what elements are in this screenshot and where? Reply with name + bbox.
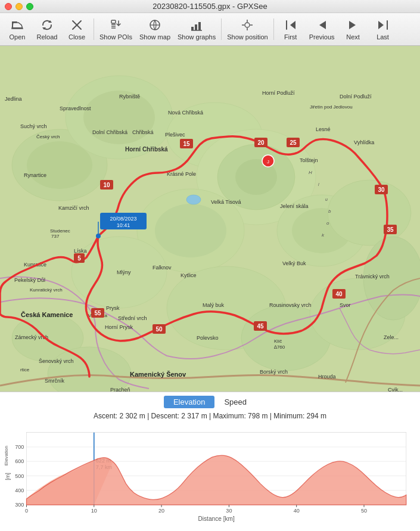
- svg-text:Dolní Podluží: Dolní Podluží: [340, 94, 372, 100]
- svg-text:Jiřetín pod Jedlovou: Jiřetín pod Jedlovou: [310, 104, 353, 110]
- svg-text:50: 50: [361, 508, 367, 514]
- svg-text:10: 10: [91, 508, 97, 514]
- svg-text:10: 10: [103, 182, 110, 188]
- svg-text:H: H: [309, 170, 312, 175]
- svg-text:Krásné Pole: Krásné Pole: [167, 171, 196, 177]
- separator-1: [94, 18, 94, 40]
- minimize-window-button[interactable]: [15, 3, 23, 10]
- svg-text:40: 40: [294, 508, 300, 514]
- tab-speed[interactable]: Speed: [214, 396, 256, 408]
- svg-text:Vyhlídka: Vyhlídka: [354, 139, 374, 145]
- svg-marker-23: [290, 21, 295, 29]
- svg-point-17: [245, 23, 250, 27]
- svg-text:Falknov: Falknov: [153, 265, 172, 271]
- svg-text:400: 400: [15, 487, 24, 493]
- svg-text:Elevation: Elevation: [4, 446, 9, 465]
- next-button[interactable]: Next: [338, 14, 368, 44]
- svg-text:Česká Kamenice: Česká Kamenice: [21, 311, 73, 318]
- svg-text:o: o: [326, 221, 329, 226]
- svg-text:b: b: [328, 209, 331, 214]
- show-pois-label: Show POIs: [99, 33, 132, 41]
- svg-text:Suchý vrch: Suchý vrch: [20, 123, 47, 129]
- last-button[interactable]: Last: [368, 14, 398, 44]
- svg-text:20: 20: [158, 508, 164, 514]
- svg-text:Borský vrch: Borský vrch: [260, 369, 288, 375]
- reload-label: Reload: [37, 33, 58, 41]
- svg-text:Studenec: Studenec: [50, 228, 70, 234]
- close-file-icon: [70, 18, 83, 32]
- svg-text:Polevsko: Polevsko: [197, 335, 219, 341]
- map-container[interactable]: Jedlina Rybniště Horní Podluží Dolní Pod…: [0, 46, 420, 392]
- svg-text:300: 300: [15, 502, 24, 508]
- bottom-section: Elevation Speed Ascent: 2 302 m | Descen…: [0, 392, 420, 531]
- window-title: 20230820-115505.gpx - GPXSee: [153, 2, 267, 11]
- svg-point-42: [328, 180, 411, 246]
- svg-text:Velká Tisová: Velká Tisová: [211, 199, 241, 205]
- svg-text:Dolní Chřibská: Dolní Chřibská: [92, 129, 127, 135]
- svg-point-153: [96, 234, 101, 238]
- svg-text:Kamzičí vrch: Kamzičí vrch: [58, 205, 89, 211]
- svg-text:Malý buk: Malý buk: [203, 302, 225, 308]
- svg-text:Lesné: Lesné: [316, 126, 331, 132]
- next-label: Next: [346, 33, 360, 41]
- open-button[interactable]: Open: [2, 14, 32, 44]
- tab-elevation[interactable]: Elevation: [164, 396, 214, 408]
- previous-button[interactable]: Previous: [306, 14, 338, 44]
- svg-text:Trávnický vrch: Trávnický vrch: [355, 274, 390, 280]
- svg-text:25: 25: [290, 139, 297, 146]
- svg-point-39: [155, 204, 226, 257]
- svg-text:Chřibská: Chřibská: [132, 129, 154, 135]
- toolbar: Open Reload Close: [0, 13, 420, 46]
- svg-text:Smrčník: Smrčník: [45, 378, 65, 384]
- svg-text:30: 30: [378, 187, 385, 193]
- svg-text:Klíč: Klíč: [274, 339, 282, 344]
- svg-text:10:41: 10:41: [117, 222, 130, 228]
- svg-text:Plešivec: Plešivec: [165, 132, 185, 138]
- svg-marker-27: [378, 21, 384, 29]
- chart-stats: Ascent: 2 302 m | Descent: 2 317 m | Max…: [0, 411, 420, 421]
- svg-text:20/08/2023: 20/08/2023: [110, 216, 136, 222]
- svg-text:Mlýny: Mlýny: [117, 269, 131, 275]
- svg-text:Hrouda: Hrouda: [318, 374, 336, 380]
- show-map-icon: [148, 18, 161, 32]
- svg-text:J: J: [267, 159, 269, 164]
- maximize-window-button[interactable]: [26, 3, 33, 10]
- show-pois-icon: [110, 18, 123, 32]
- reload-button[interactable]: Reload: [32, 14, 62, 44]
- svg-text:Pekelský Důl: Pekelský Důl: [14, 277, 45, 283]
- svg-rect-13: [191, 27, 194, 30]
- first-label: First: [284, 33, 297, 41]
- traffic-lights: [5, 3, 33, 10]
- svg-text:Spravedlnost: Spravedlnost: [60, 105, 91, 111]
- elevation-chart: [m] Elevation 300 400 500 600 700 622 m …: [2, 424, 415, 529]
- svg-text:Kunratický vrch: Kunratický vrch: [30, 287, 63, 293]
- separator-2: [221, 18, 222, 40]
- previous-icon: [315, 18, 328, 32]
- open-label: Open: [10, 33, 26, 41]
- svg-text:50: 50: [155, 326, 163, 333]
- show-graphs-button[interactable]: Show graphs: [174, 14, 219, 44]
- svg-text:Nová Chřibská: Nová Chřibská: [168, 110, 203, 116]
- svg-text:Horní Prysk: Horní Prysk: [105, 324, 133, 330]
- first-button[interactable]: First: [276, 14, 306, 44]
- svg-text:Kamenický Šenov: Kamenický Šenov: [130, 371, 186, 378]
- svg-text:Jedlina: Jedlina: [5, 96, 22, 102]
- show-position-button[interactable]: Show position: [223, 14, 272, 44]
- show-map-button[interactable]: Show map: [136, 14, 174, 44]
- svg-text:Svor: Svor: [340, 302, 351, 308]
- chart-area[interactable]: [m] Elevation 300 400 500 600 700 622 m …: [0, 421, 420, 531]
- svg-text:∆760: ∆760: [274, 344, 285, 350]
- svg-rect-15: [198, 22, 201, 30]
- svg-rect-7: [111, 20, 116, 23]
- next-icon: [347, 18, 360, 32]
- close-window-button[interactable]: [5, 3, 12, 10]
- last-label: Last: [377, 33, 389, 41]
- svg-text:700: 700: [15, 444, 24, 450]
- show-pois-button[interactable]: Show POIs: [96, 14, 136, 44]
- svg-text:40: 40: [335, 291, 343, 297]
- previous-label: Previous: [309, 33, 335, 41]
- first-icon: [284, 18, 297, 32]
- svg-text:Střední vrch: Střední vrch: [118, 315, 147, 321]
- show-map-label: Show map: [139, 33, 170, 41]
- close-file-button[interactable]: Close: [62, 14, 92, 44]
